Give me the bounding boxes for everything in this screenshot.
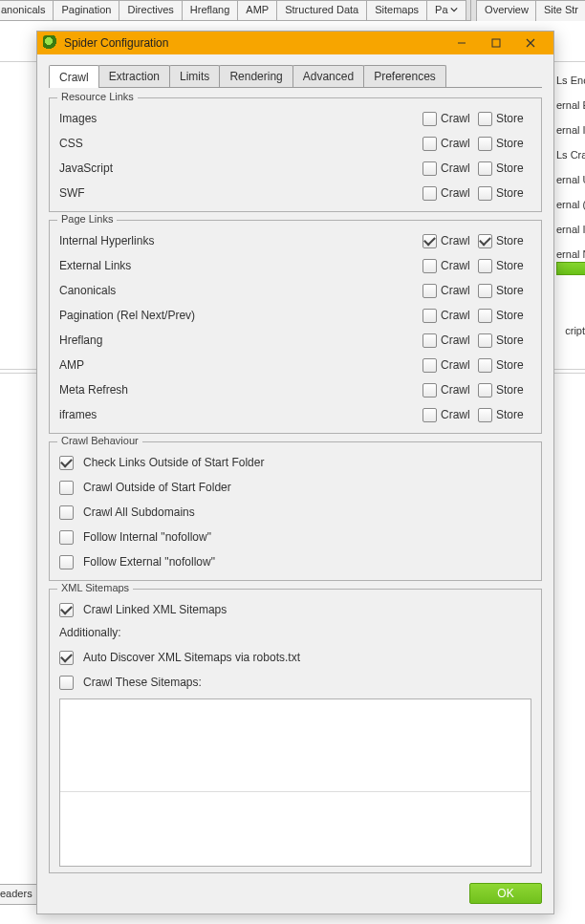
checkbox-crawl[interactable]: [422, 309, 437, 323]
window-maximize-button[interactable]: [479, 32, 513, 54]
col-label: Store: [496, 309, 524, 322]
checkbox-crawl[interactable]: [422, 383, 437, 398]
tab-extraction[interactable]: Extraction: [98, 65, 170, 87]
checkbox[interactable]: [59, 505, 74, 520]
checkbox-store[interactable]: [478, 259, 492, 273]
checkbox-crawl[interactable]: [422, 259, 437, 273]
col-label: Store: [496, 408, 524, 421]
bg-tab[interactable]: Hreflang: [182, 0, 239, 20]
group-crawl-behaviour: Crawl Behaviour Check Links Outside of S…: [49, 441, 542, 581]
bg-tab[interactable]: AMP: [237, 0, 277, 20]
option-label: Images: [59, 112, 422, 125]
tab-preferences[interactable]: Preferences: [363, 65, 446, 87]
col-label: Crawl: [441, 112, 470, 125]
dialog-title: Spider Configuration: [64, 36, 168, 50]
col-label: Store: [496, 234, 524, 247]
close-icon: [526, 38, 535, 48]
window-close-button[interactable]: [513, 32, 548, 54]
option-row: Follow External "nofollow": [59, 549, 531, 574]
checkbox-crawl-these-sitemaps[interactable]: [59, 676, 74, 690]
checkbox-store[interactable]: [478, 234, 492, 248]
col-label: Crawl: [441, 383, 470, 397]
option-label: Crawl All Subdomains: [83, 505, 195, 519]
minimize-icon: [457, 38, 466, 48]
option-label: External Links: [59, 259, 422, 272]
option-row: CanonicalsCrawlStore: [59, 278, 531, 303]
tab-crawl[interactable]: Crawl: [49, 65, 99, 88]
checkbox-crawl[interactable]: [422, 112, 437, 126]
tab-limits[interactable]: Limits: [169, 65, 220, 87]
checkbox-crawl[interactable]: [422, 234, 437, 248]
col-label: Crawl: [441, 284, 470, 297]
checkbox-crawl[interactable]: [422, 358, 437, 373]
option-row: ImagesCrawlStore: [59, 106, 531, 131]
ok-button[interactable]: OK: [469, 883, 542, 904]
group-xml-sitemaps: XML Sitemaps Crawl Linked XML Sitemaps A…: [49, 589, 542, 873]
config-tabs: Crawl Extraction Limits Rendering Advanc…: [49, 64, 542, 88]
checkbox-store[interactable]: [478, 284, 492, 298]
bg-tab[interactable]: anonicals: [0, 0, 54, 20]
col-label: Store: [496, 259, 524, 272]
col-label: Crawl: [441, 358, 470, 372]
option-label: Pagination (Rel Next/Prev): [59, 309, 422, 322]
col-label: Store: [496, 137, 524, 150]
sitemaps-textarea[interactable]: [59, 698, 531, 867]
checkbox[interactable]: [59, 555, 74, 569]
checkbox-store[interactable]: [478, 186, 492, 201]
bg-tab[interactable]: Overview: [476, 0, 536, 21]
group-legend: Crawl Behaviour: [57, 435, 142, 446]
checkbox-store[interactable]: [478, 161, 492, 176]
option-row: External LinksCrawlStore: [59, 253, 531, 278]
option-row: Pagination (Rel Next/Prev)CrawlStore: [59, 303, 531, 328]
checkbox[interactable]: [59, 481, 74, 495]
additionally-label: Additionally:: [59, 626, 531, 639]
bg-tab[interactable]: Directives: [119, 0, 182, 20]
col-label: Store: [496, 383, 524, 397]
checkbox[interactable]: [59, 456, 74, 470]
checkbox[interactable]: [59, 530, 74, 545]
option-label: Internal Hyperlinks: [59, 234, 422, 247]
checkbox-store[interactable]: [478, 383, 492, 398]
checkbox-store[interactable]: [478, 112, 492, 126]
checkbox-crawl[interactable]: [422, 186, 437, 201]
tab-advanced[interactable]: Advanced: [292, 65, 364, 87]
bg-tab[interactable]: Pagination: [53, 0, 119, 20]
checkbox-crawl-linked-sitemaps[interactable]: [59, 603, 74, 617]
checkbox-crawl[interactable]: [422, 137, 437, 151]
side-item: ernal (: [556, 199, 585, 224]
col-label: Store: [496, 358, 524, 372]
option-row: CSSCrawlStore: [59, 131, 531, 156]
checkbox-store[interactable]: [478, 309, 492, 323]
bg-tab[interactable]: Site Str: [535, 0, 585, 21]
col-label: Store: [496, 161, 524, 175]
col-label: Crawl: [441, 408, 470, 421]
checkbox-crawl[interactable]: [422, 161, 437, 176]
option-label: Follow External "nofollow": [83, 555, 215, 569]
checkbox-store[interactable]: [478, 333, 492, 348]
checkbox-crawl[interactable]: [422, 408, 437, 422]
spider-icon: [43, 35, 58, 51]
bg-tab-headers[interactable]: eaders: [0, 884, 38, 905]
progress-bar-fragment: [556, 262, 585, 275]
checkbox-crawl[interactable]: [422, 284, 437, 298]
bg-tab-dropdown[interactable]: Pa: [426, 0, 466, 20]
tab-rendering[interactable]: Rendering: [219, 65, 292, 87]
spider-configuration-dialog: Spider Configuration Crawl Extraction Li…: [36, 31, 554, 914]
col-label: Store: [496, 284, 524, 297]
checkbox-crawl[interactable]: [422, 333, 437, 348]
option-row: JavaScriptCrawlStore: [59, 156, 531, 181]
checkbox-auto-discover-sitemaps[interactable]: [59, 651, 74, 665]
window-minimize-button[interactable]: [444, 32, 479, 54]
checkbox-store[interactable]: [478, 408, 492, 422]
col-label: Crawl: [441, 234, 470, 247]
side-item: ernal U: [556, 174, 585, 199]
checkbox-store[interactable]: [478, 358, 492, 373]
checkbox-store[interactable]: [478, 137, 492, 151]
option-label: Canonicals: [59, 284, 422, 297]
option-label: Auto Discover XML Sitemaps via robots.tx…: [83, 651, 300, 664]
group-legend: Resource Links: [57, 91, 138, 102]
bg-tab[interactable]: Structured Data: [276, 0, 367, 20]
bg-tab[interactable]: Sitemaps: [366, 0, 427, 20]
option-row: Check Links Outside of Start Folder: [59, 450, 531, 475]
option-label: SWF: [59, 186, 422, 200]
